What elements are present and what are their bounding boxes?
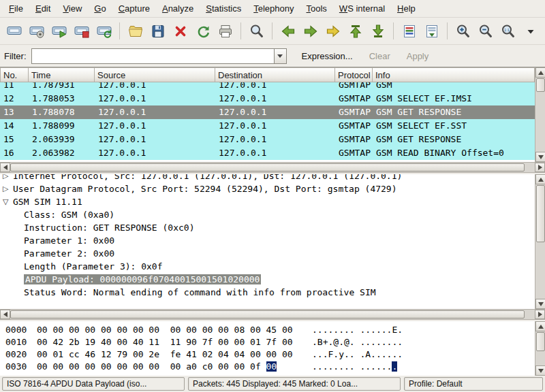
detail-line-4[interactable]: Instruction: GET RESPONSE (0xc0): [0, 221, 535, 234]
packet-row-15[interactable]: 152.063939127.0.0.1127.0.0.1GSMTAPGSM GE…: [0, 133, 535, 146]
goto-packet-button[interactable]: [322, 20, 343, 42]
details-vscrollbar[interactable]: [535, 174, 545, 309]
menu-statistics[interactable]: Statistics: [200, 1, 247, 16]
status-bar: ISO 7816-4 APDU Data Payload (iso... Pac…: [0, 376, 545, 392]
bytes-vscrollbar[interactable]: [535, 321, 545, 376]
scroll-left-button[interactable]: [0, 163, 10, 172]
menu-view[interactable]: View: [57, 1, 88, 16]
scrollbar-thumb[interactable]: [10, 310, 525, 318]
hex-line-0030[interactable]: 003000 00 00 00 00 00 00 00 00 a0 c0 00 …: [5, 361, 535, 373]
find-packet-button[interactable]: [246, 20, 267, 42]
detail-line-9[interactable]: Status Word: Normal ending of command wi…: [0, 286, 535, 299]
expand-arrow-icon[interactable]: ▷: [3, 174, 13, 182]
go-forward-button[interactable]: [300, 20, 321, 42]
zoom-100-button[interactable]: 1:1: [497, 20, 518, 42]
restart-capture-button[interactable]: [93, 20, 114, 42]
ascii-bytes: ...F.y.. .A......: [312, 349, 403, 359]
packet-row-13[interactable]: 131.788078127.0.0.1127.0.0.1GSMTAPGSM GE…: [0, 105, 535, 119]
open-file-button[interactable]: [125, 20, 146, 42]
clear-button[interactable]: Clear: [362, 48, 397, 64]
column-header-time[interactable]: Time: [29, 67, 95, 82]
close-file-button[interactable]: [170, 20, 191, 42]
column-header-no[interactable]: No.: [0, 67, 29, 82]
scroll-down-button[interactable]: [535, 365, 545, 376]
detail-line-3[interactable]: Class: GSM (0xa0): [0, 208, 535, 221]
details-hscrollbar[interactable]: [0, 309, 545, 320]
apply-button[interactable]: Apply: [400, 48, 436, 64]
go-last-button[interactable]: [367, 20, 388, 42]
menu-go[interactable]: Go: [88, 1, 112, 16]
detail-line-5[interactable]: Parameter 1: 0x00: [0, 234, 535, 247]
zoom-in-button[interactable]: [452, 20, 473, 42]
scroll-down-button[interactable]: [535, 152, 545, 162]
hex-line-0020[interactable]: 002000 01 cc 46 12 79 00 2e fe 41 02 04 …: [5, 348, 535, 361]
detail-line-0[interactable]: ▷Internet Protocol, Src: 127.0.0.1 (127.…: [0, 174, 535, 182]
status-profile: Profile: Default: [404, 377, 543, 391]
detail-line-2[interactable]: ▽GSM SIM 11.11: [0, 195, 535, 208]
scroll-right-button[interactable]: [535, 163, 545, 172]
packet-list-vscrollbar[interactable]: [535, 67, 545, 162]
menu-telephony[interactable]: Telephony: [247, 1, 300, 16]
cell-info: GSM: [373, 82, 535, 92]
packet-details-pane: ▷Internet Protocol, Src: 127.0.0.1 (127.…: [0, 174, 545, 309]
scroll-up-button[interactable]: [535, 174, 545, 184]
print-button[interactable]: [215, 20, 236, 42]
expand-arrow-icon[interactable]: ▷: [3, 182, 13, 195]
scroll-down-button[interactable]: [535, 299, 545, 309]
scrollbar-thumb[interactable]: [10, 163, 525, 172]
menu-ws-internal[interactable]: WS internal: [333, 1, 391, 16]
hex-line-0000[interactable]: 000000 00 00 00 00 00 00 00 00 00 00 00 …: [5, 324, 535, 336]
detail-line-8[interactable]: APDU Payload: 000000096f0704001500150102…: [0, 273, 535, 286]
detail-line-6[interactable]: Parameter 2: 0x00: [0, 247, 535, 260]
menu-edit[interactable]: Edit: [29, 1, 57, 16]
list-interfaces-button[interactable]: [3, 20, 25, 42]
menu-tools[interactable]: Tools: [300, 1, 333, 16]
toolbar-separator: [272, 22, 272, 39]
menu-capture[interactable]: Capture: [112, 1, 156, 16]
start-capture-button[interactable]: [48, 20, 69, 42]
detail-line-7[interactable]: Length (Parameter 3): 0x0f: [0, 260, 535, 273]
packet-row-11[interactable]: 111.787931127.0.0.1127.0.0.1GSMTAPGSM: [0, 82, 535, 92]
scrollbar-thumb[interactable]: [536, 78, 545, 92]
column-header-info[interactable]: Info: [373, 67, 535, 82]
filter-dropdown-button[interactable]: [274, 48, 287, 64]
filter-input[interactable]: [31, 48, 274, 64]
autoscroll-button[interactable]: [421, 20, 442, 42]
go-back-button[interactable]: [277, 20, 298, 42]
packet-list-hscrollbar[interactable]: [0, 162, 545, 173]
capture-options-button[interactable]: [26, 20, 47, 42]
packet-row-14[interactable]: 141.788099127.0.0.1127.0.0.1GSMTAPGSM SE…: [0, 119, 535, 133]
column-header-source[interactable]: Source: [95, 67, 215, 82]
menubar: FileEditViewGoCaptureAnalyzeStatisticsTe…: [0, 0, 545, 18]
overflow-menu-button[interactable]: [520, 20, 541, 42]
scroll-right-button[interactable]: [535, 310, 545, 319]
status-packet-counts: Packets: 445 Displayed: 445 Marked: 0 Lo…: [188, 377, 401, 391]
reload-button[interactable]: [192, 20, 213, 42]
goto-packet-icon: [325, 23, 341, 39]
colorize-button[interactable]: [399, 20, 420, 42]
scroll-up-button[interactable]: [535, 321, 545, 331]
packet-row-16[interactable]: 162.063982127.0.0.1127.0.0.1GSMTAPGSM RE…: [0, 146, 535, 160]
menu-help[interactable]: Help: [391, 1, 422, 16]
expression-button[interactable]: Expression...: [295, 48, 360, 64]
filter-input-wrap: [31, 48, 287, 64]
column-header-destination[interactable]: Destination: [215, 67, 335, 82]
column-header-protocol[interactable]: Protocol: [335, 67, 373, 82]
go-first-button[interactable]: [345, 20, 366, 42]
packet-row-12[interactable]: 121.788053127.0.0.1127.0.0.1GSMTAPGSM SE…: [0, 92, 535, 105]
zoom-out-button[interactable]: [475, 20, 496, 42]
hex-line-0010[interactable]: 001000 42 2b 19 40 00 40 11 11 90 7f 00 …: [5, 336, 535, 348]
menu-analyze[interactable]: Analyze: [156, 1, 200, 16]
scrollbar-thumb[interactable]: [536, 332, 545, 351]
scroll-left-button[interactable]: [0, 310, 10, 319]
scrollbar-thumb[interactable]: [536, 185, 545, 242]
menu-file[interactable]: File: [3, 1, 29, 16]
save-file-button[interactable]: [147, 20, 168, 42]
scroll-up-button[interactable]: [535, 67, 545, 78]
stop-capture-button[interactable]: [71, 20, 92, 42]
collapse-arrow-icon[interactable]: ▽: [3, 195, 13, 208]
triangle-down-icon: [538, 302, 544, 306]
restart-capture-icon: [96, 23, 112, 39]
hex-offset: 0000: [5, 324, 37, 336]
detail-line-1[interactable]: ▷User Datagram Protocol, Src Port: 52294…: [0, 182, 535, 195]
